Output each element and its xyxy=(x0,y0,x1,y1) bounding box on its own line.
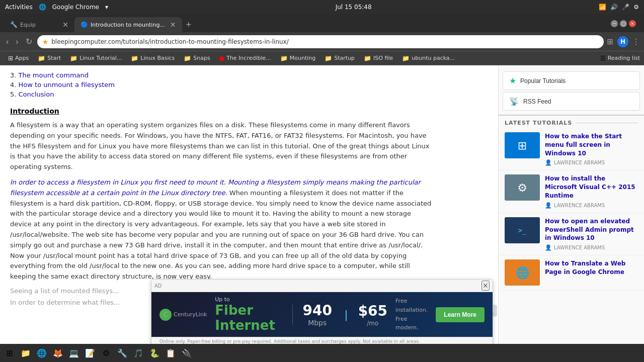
tutorial-item-0[interactable]: ⊞ How to make the Start menu full screen… xyxy=(499,128,644,170)
forward-button[interactable]: › xyxy=(14,35,20,48)
bookmark-apps[interactable]: ⊞ Apps xyxy=(4,53,33,63)
taskbar-text-icon[interactable]: 📝 xyxy=(83,345,98,360)
iso-folder-icon: 📁 xyxy=(364,55,371,62)
bookmark-star-icon[interactable]: ★ xyxy=(42,38,49,46)
rss-feed-label: RSS Feed xyxy=(523,98,551,105)
tutorial-info-1: How to install the Microsoft Visual C++ … xyxy=(545,174,638,208)
tab-bar: 🔧 Equip ✕ 🔵 Introduction to mounting... … xyxy=(0,14,644,32)
tab-equip-favicon: 🔧 xyxy=(10,21,17,28)
bookmark-mounting[interactable]: 📁 Mounting xyxy=(276,53,320,63)
bookmark-linux-basics[interactable]: 📁 Linux Basics xyxy=(127,53,179,63)
ad-close-x-button[interactable]: ✕ xyxy=(481,281,490,291)
bookmark-startup[interactable]: 📁 Startup xyxy=(320,53,359,63)
reading-list-btn[interactable]: ☰ Reading list xyxy=(600,55,640,62)
tab-intro-title: Introduction to mounting... xyxy=(91,22,165,28)
article-paragraph-1: A filesystem is a way that an operating … xyxy=(10,120,433,172)
tab-equip-close[interactable]: ✕ xyxy=(62,21,68,29)
rss-feed-button[interactable]: 📡 RSS Feed xyxy=(503,92,640,111)
tab-intro-close[interactable]: ✕ xyxy=(170,21,176,29)
taskbar-usb-icon[interactable]: 🔌 xyxy=(179,345,194,360)
ad-speed-number: 940 xyxy=(302,302,332,319)
startup-folder-icon: 📁 xyxy=(325,55,332,62)
toc-link-conclusion[interactable]: Conclusion xyxy=(19,90,54,98)
bookmark-linux-basics-label: Linux Basics xyxy=(140,55,175,61)
volume-icon: 🔊 xyxy=(610,4,618,11)
latest-tutorials-header: LATEST TUTORIALS xyxy=(499,115,644,128)
taskbar-firefox-icon[interactable]: 🦊 xyxy=(50,345,65,360)
bookmark-iso[interactable]: 📁 ISO file xyxy=(360,53,397,63)
taskbar-files-icon[interactable]: ⊞ xyxy=(2,345,17,360)
taskbar-notes-icon[interactable]: 📋 xyxy=(163,345,178,360)
tutorial-info-0: How to make the Start menu full screen i… xyxy=(545,132,638,166)
tutorial-thumb-1: ⚙ xyxy=(505,174,540,201)
taskbar-folder-icon[interactable]: 📁 xyxy=(18,345,33,360)
menu-icon[interactable]: ⋮ xyxy=(632,37,640,46)
author-name-1: LAWRENCE ABRAMS xyxy=(554,203,605,208)
ad-price-number: $65 xyxy=(358,303,387,319)
reading-list-icon: ☰ xyxy=(600,55,606,62)
new-tab-button[interactable]: + xyxy=(182,18,196,32)
toc-link-unmount[interactable]: How to unmount a filesystem xyxy=(19,81,115,88)
header-divider xyxy=(576,123,638,123)
author-icon-0: 👤 xyxy=(545,159,552,166)
back-button[interactable]: ‹ xyxy=(4,35,11,48)
ad-cta-button[interactable]: Learn More xyxy=(436,307,485,322)
taskbar-chrome-icon[interactable]: 🌐 xyxy=(34,345,49,360)
taskbar-gear-icon[interactable]: 🔧 xyxy=(115,345,130,360)
section-title-introduction: Introduction xyxy=(10,107,433,115)
tab-equip[interactable]: 🔧 Equip ✕ xyxy=(4,17,74,32)
mounting-folder-icon: 📁 xyxy=(280,55,288,62)
tutorial-author-1: 👤 LAWRENCE ABRAMS xyxy=(545,202,638,209)
tutorial-author-2: 👤 LAWRENCE ABRAMS xyxy=(545,244,638,251)
tutorial-author-0: 👤 LAWRENCE ABRAMS xyxy=(545,159,638,166)
author-icon-2: 👤 xyxy=(545,244,552,251)
toc-link-mount-command[interactable]: The mount command xyxy=(19,71,89,79)
bookmark-linux-tutorial[interactable]: 📁 Linux Tutorial... xyxy=(66,53,126,63)
mic-icon: 🎤 xyxy=(622,4,629,11)
user-avatar[interactable]: H xyxy=(617,36,628,47)
os-topbar-right: 📶 🔊 🎤 ⚙ xyxy=(599,4,639,11)
network-icon: 📶 xyxy=(599,4,606,11)
ad-price-block: $65 /mo xyxy=(358,303,387,327)
bookmark-linux-tutorial-label: Linux Tutorial... xyxy=(79,55,122,61)
taskbar-terminal-icon[interactable]: 💻 xyxy=(66,345,82,360)
url-bar[interactable]: ★ bleepingcomputer.com/tutorials/introdu… xyxy=(37,35,604,48)
url-text: bleepingcomputer.com/tutorials/introduct… xyxy=(51,38,599,45)
ad-headline-text: Fiber Internet xyxy=(215,303,284,333)
toc-num-5: 5. xyxy=(10,90,19,98)
ad-provider: CenturyLink xyxy=(174,311,207,318)
tutorial-item-3[interactable]: 🌐 How to Translate a Web Page in Google … xyxy=(499,255,644,290)
ad-logo: C CenturyLink xyxy=(159,309,207,321)
activities-label[interactable]: Activities xyxy=(5,4,33,11)
datetime-label: Jul 15 05:48 xyxy=(336,4,372,11)
os-topbar-left: Activities 🌐 Google Chrome ▾ xyxy=(5,4,108,11)
main-area: 3. The mount command 4. How to unmount a… xyxy=(0,65,644,362)
reload-button[interactable]: ↻ xyxy=(24,35,34,48)
window-minimize[interactable]: ─ xyxy=(611,20,618,27)
tutorial-title-1: How to install the Microsoft Visual C++ … xyxy=(545,174,638,200)
bookmark-apps-label: Apps xyxy=(15,55,29,61)
tutorial-item-2[interactable]: >_ How to open an elevated PowerShell Ad… xyxy=(499,213,644,255)
tab-introduction[interactable]: 🔵 Introduction to mounting... ✕ xyxy=(74,17,182,32)
tutorial-item-1[interactable]: ⚙ How to install the Microsoft Visual C+… xyxy=(499,170,644,213)
toc-num-4: 4. xyxy=(10,81,19,88)
extensions-icon[interactable]: ⊞ xyxy=(607,37,613,46)
window-maximize[interactable]: □ xyxy=(620,20,627,27)
taskbar-settings-icon[interactable]: ⚙ xyxy=(99,345,114,360)
window-close[interactable]: ✕ xyxy=(629,20,636,27)
chrome-window: 🔧 Equip ✕ 🔵 Introduction to mounting... … xyxy=(0,14,644,362)
bookmark-incredible[interactable]: ● The Incredible... xyxy=(215,53,275,63)
chrome-favicon: 🌐 xyxy=(39,4,46,11)
popular-tutorials-button[interactable]: ★ Popular Tutorials xyxy=(503,71,640,90)
chrome-app-label: Google Chrome xyxy=(52,4,99,11)
taskbar-python-icon[interactable]: 🐍 xyxy=(147,345,162,360)
window-controls: ─ □ ✕ xyxy=(611,20,640,29)
bookmark-start[interactable]: 📁 Start xyxy=(34,53,65,63)
bookmark-snaps[interactable]: 📁 Snaps xyxy=(180,53,214,63)
ad-headline: Up to Fiber Internet xyxy=(215,296,284,333)
taskbar-music-icon[interactable]: 🎵 xyxy=(131,345,146,360)
ubuntu-folder-icon: 📁 xyxy=(402,55,410,62)
bookmark-ubuntu[interactable]: 📁 ubuntu packa... xyxy=(398,53,459,63)
reading-list-label: Reading list xyxy=(608,55,640,61)
popular-tutorials-label: Popular Tutorials xyxy=(520,77,566,84)
